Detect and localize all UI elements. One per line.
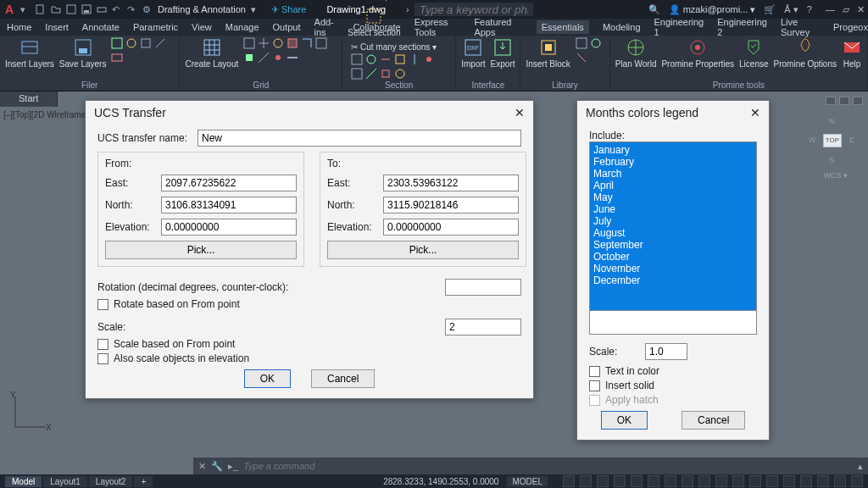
mini-icon[interactable] <box>111 52 123 64</box>
insert-solid-checkbox[interactable]: Insert solid <box>589 380 757 391</box>
tab-manage[interactable]: Manage <box>225 22 259 32</box>
transparency-icon[interactable] <box>682 475 693 487</box>
mini-icon[interactable] <box>380 68 392 80</box>
grid-mini-icons[interactable] <box>243 37 337 64</box>
from-east-input[interactable] <box>161 175 297 191</box>
mini-icon[interactable] <box>125 37 137 49</box>
close-button[interactable]: ✕ <box>857 4 865 14</box>
cut-many-sections-button[interactable]: ✂ Cut many sections ▾ <box>351 42 444 52</box>
isolate-icon[interactable] <box>800 475 812 487</box>
tab-view[interactable]: View <box>192 22 212 32</box>
insert-block-button[interactable]: Insert Block <box>526 37 570 69</box>
promine-properties-button[interactable]: Promine Properties <box>661 37 734 69</box>
workspace-selector[interactable]: Drafting & Annotation <box>158 4 246 14</box>
list-item[interactable]: August <box>593 227 753 239</box>
plot-icon[interactable] <box>97 4 107 14</box>
units-icon[interactable] <box>766 475 778 487</box>
otrack-icon[interactable] <box>648 475 659 487</box>
ok-button[interactable]: OK <box>244 369 291 388</box>
new-icon[interactable] <box>36 4 46 14</box>
mini-icon[interactable] <box>394 68 406 80</box>
scale-elev-checkbox[interactable]: Also scale objects in elevation <box>97 352 521 364</box>
ok-button[interactable]: OK <box>601 411 648 430</box>
cycling-icon[interactable] <box>698 475 710 487</box>
open-icon[interactable] <box>51 4 61 14</box>
to-pick-button[interactable]: Pick... <box>327 241 519 259</box>
osnap-icon[interactable] <box>631 475 643 487</box>
to-elev-input[interactable] <box>383 219 519 236</box>
from-pick-button[interactable]: Pick... <box>105 241 297 259</box>
mini-icon[interactable] <box>409 53 420 65</box>
mini-icon[interactable] <box>272 37 284 49</box>
insert-layers-button[interactable]: Insert Layers <box>5 37 54 69</box>
list-item[interactable]: February <box>593 156 753 168</box>
save-icon[interactable] <box>66 4 76 14</box>
list-item[interactable]: December <box>593 274 753 286</box>
from-elev-input[interactable] <box>161 219 297 236</box>
mini-icon[interactable] <box>140 37 152 49</box>
mini-icon[interactable] <box>365 53 377 65</box>
tab-essentials[interactable]: Essentials <box>537 20 589 34</box>
list-item[interactable]: June <box>593 203 753 215</box>
mini-icon[interactable] <box>380 53 392 65</box>
mini-icon[interactable] <box>243 37 255 49</box>
annomonitor-icon[interactable] <box>749 475 761 487</box>
mini-icon[interactable] <box>394 53 406 65</box>
share-button[interactable]: ✈ Share <box>271 4 306 15</box>
customize-icon[interactable] <box>851 475 863 487</box>
months-list-blank[interactable] <box>589 311 757 335</box>
viewcube-w[interactable]: W <box>809 136 816 144</box>
tab-modeling[interactable]: Modeling <box>603 22 641 32</box>
doc-tab-start[interactable]: Start <box>0 92 58 107</box>
polar-icon[interactable] <box>614 475 626 487</box>
return-to-plan-button[interactable]: Return to plan <box>348 0 401 1</box>
mini-icon[interactable] <box>423 53 435 65</box>
layout-tab-2[interactable]: Layout2 <box>89 476 133 487</box>
undo-icon[interactable]: ↶ <box>112 4 122 14</box>
help-button[interactable]: Help <box>842 37 862 69</box>
hardware-icon[interactable] <box>817 475 829 487</box>
plan-world-button[interactable]: Plan World <box>615 37 657 69</box>
viewcube-s[interactable]: S <box>829 156 834 164</box>
filer-mini-icons[interactable] <box>111 37 174 64</box>
list-item[interactable]: March <box>593 168 753 180</box>
command-input[interactable] <box>243 461 853 471</box>
list-item[interactable]: September <box>593 239 753 251</box>
mini-icon[interactable] <box>154 37 166 49</box>
cleanscreen-icon[interactable] <box>834 475 846 487</box>
vp-minimize-icon[interactable] <box>826 97 836 105</box>
tab-annotate[interactable]: Annotate <box>82 22 120 32</box>
saveas-icon[interactable] <box>81 4 92 14</box>
ucs-name-input[interactable] <box>198 130 521 147</box>
minimize-button[interactable]: — <box>826 4 835 14</box>
tab-insert[interactable]: Insert <box>45 22 69 32</box>
rotate-from-checkbox[interactable]: Rotate based on From point <box>97 298 521 310</box>
wcs-label[interactable]: WCS ▾ <box>823 171 848 180</box>
months-scale-input[interactable] <box>645 343 687 360</box>
tab-home[interactable]: Home <box>7 22 31 32</box>
list-item[interactable]: April <box>593 180 753 191</box>
quickprops-icon[interactable] <box>783 475 795 487</box>
mini-icon[interactable] <box>365 68 377 80</box>
tab-parametric[interactable]: Parametric <box>133 22 178 32</box>
from-north-input[interactable] <box>161 197 297 214</box>
to-north-input[interactable] <box>383 197 519 214</box>
restore-button[interactable]: ▱ <box>843 4 849 14</box>
help-icon[interactable]: ? <box>807 4 812 14</box>
close-icon[interactable]: ✕ <box>750 106 760 119</box>
lweight-icon[interactable] <box>665 475 676 487</box>
select-section-button[interactable]: Select section <box>348 6 400 37</box>
export-button[interactable]: Export <box>491 37 515 69</box>
mini-icon[interactable] <box>258 52 270 64</box>
list-item[interactable]: July <box>593 215 753 227</box>
close-icon[interactable]: ✕ <box>515 106 525 119</box>
redo-icon[interactable]: ↷ <box>127 4 137 14</box>
mini-icon[interactable] <box>287 52 298 64</box>
mini-icon[interactable] <box>576 52 587 64</box>
text-in-color-checkbox[interactable]: Text in color <box>589 365 757 377</box>
vp-maximize-icon[interactable] <box>839 97 849 105</box>
license-button[interactable]: License <box>739 37 768 69</box>
tab-livesurvey[interactable]: Live Survey <box>781 17 820 37</box>
mini-icon[interactable] <box>301 37 313 49</box>
save-layers-button[interactable]: Save Layers <box>59 37 107 69</box>
